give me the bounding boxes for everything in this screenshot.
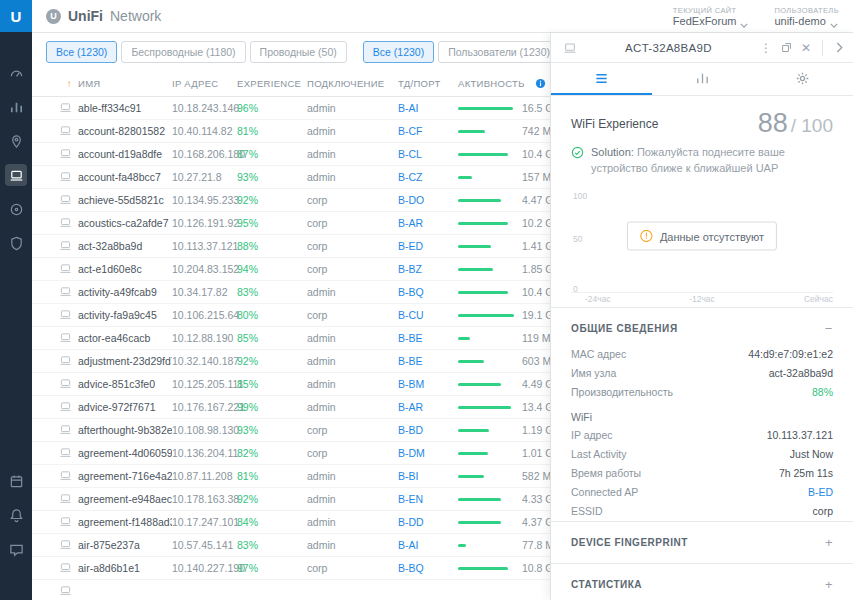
overview-section-header[interactable]: ОБЩИЕ СВЕДЕНИЯ − [551, 308, 853, 345]
client-ap-link[interactable]: B-DD [398, 516, 458, 528]
sidebar-item-insights[interactable] [5, 198, 27, 220]
unifi-logo[interactable]: U [0, 0, 32, 32]
client-ap-link[interactable]: B-BQ [398, 286, 458, 298]
sidebar-item-dashboard[interactable] [5, 62, 27, 84]
table-row[interactable]: afterthought-9b382eaf 10.108.98.130 93% … [32, 419, 550, 442]
client-experience: 83% [237, 539, 307, 551]
section-device-fingerprint[interactable]: DEVICE FINGERPRINT + [551, 521, 853, 563]
table-row[interactable]: account-82801582 10.40.114.82 81% admin … [32, 120, 550, 143]
column-header-name[interactable]: ИМЯ [78, 78, 172, 89]
connected-ap-link[interactable]: B-ED [808, 486, 833, 498]
table-row[interactable]: account-fa48bcc7 10.27.21.8 93% admin B-… [32, 166, 550, 189]
sidebar-item-map[interactable] [5, 130, 27, 152]
chat-icon [9, 542, 24, 557]
table-row[interactable]: activity-a49fcab9 10.34.17.82 83% admin … [32, 281, 550, 304]
table-row[interactable]: achieve-55d5821c 10.134.95.233 92% corp … [32, 189, 550, 212]
client-ap-link[interactable]: B-BI [398, 470, 458, 482]
table-row[interactable]: advice-851c3fe0 10.125.205.111 85% admin… [32, 373, 550, 396]
expand-icon[interactable]: + [825, 577, 833, 592]
info-row: ESSIDcorp [551, 502, 853, 521]
filter-tab-wireless[interactable]: Беспроводные (1180) [121, 41, 245, 63]
client-connection: admin [307, 286, 398, 298]
sidebar-item-security[interactable] [5, 232, 27, 254]
collapse-panel-icon[interactable] [834, 42, 845, 53]
client-ap-link[interactable]: B-BZ [398, 263, 458, 275]
client-ap-link[interactable]: B-BE [398, 332, 458, 344]
column-header-experience[interactable]: EXPERIENCE [237, 78, 307, 89]
table-row[interactable] [32, 580, 550, 600]
popout-icon[interactable] [781, 42, 792, 53]
client-ap-link[interactable]: B-AI [398, 102, 458, 114]
table-row[interactable]: adjustment-23d29fd7 10.32.140.187 92% ad… [32, 350, 550, 373]
client-ap-link[interactable]: B-CU [398, 309, 458, 321]
client-ap-link[interactable]: B-DM [398, 447, 458, 459]
app-root: U [0, 0, 853, 600]
table-row[interactable]: agreement-e948aecc 10.178.163.38 92% adm… [32, 488, 550, 511]
column-header-connection[interactable]: ПОДКЛЮЧЕНИЕ [307, 78, 398, 89]
client-ap-link[interactable]: B-CZ [398, 171, 458, 183]
table-row[interactable]: acoustics-ca2afde7 10.126.191.92 95% cor… [32, 212, 550, 235]
table-row[interactable]: act-e1d60e8c 10.204.83.152 94% corp B-BZ… [32, 258, 550, 281]
table-row[interactable]: advice-972f7671 10.176.167.221 99% admin… [32, 396, 550, 419]
client-connection: corp [307, 217, 398, 229]
sidebar-item-alerts[interactable] [5, 504, 27, 526]
client-ap-link[interactable]: B-BM [398, 378, 458, 390]
table-row[interactable]: activity-fa9a9c45 10.106.215.64 80% corp… [32, 304, 550, 327]
table-row[interactable]: air-875e237a 10.57.45.141 83% admin B-AI… [32, 534, 550, 557]
panel-tab-settings[interactable] [752, 63, 853, 95]
sidebar-item-events[interactable] [5, 470, 27, 492]
activity-value: 4.47 G [522, 194, 550, 206]
client-name: account-fa48bcc7 [78, 171, 172, 183]
laptop-icon [59, 584, 72, 597]
client-ap-link[interactable]: B-DO [398, 194, 458, 206]
laptop-icon [59, 239, 72, 252]
table-row[interactable]: agreement-716e4a2b 10.87.11.208 81% admi… [32, 465, 550, 488]
table-row[interactable]: act-32a8ba9d 10.113.37.121 88% corp B-ED… [32, 235, 550, 258]
table-row[interactable]: air-a8d6b1e1 10.140.227.190 97% corp B-B… [32, 557, 550, 580]
filter-tab-all-types[interactable]: Все (1230) [363, 41, 434, 63]
sidebar-item-chat[interactable] [5, 538, 27, 560]
client-ap-link[interactable]: B-AR [398, 217, 458, 229]
more-options-icon[interactable]: ⋮ [760, 42, 772, 54]
client-ap-link[interactable]: B-BD [398, 424, 458, 436]
laptop-icon [59, 492, 72, 505]
column-header-activity[interactable]: АКТИВНОСТЬ [458, 78, 525, 89]
client-ap-link[interactable]: B-AI [398, 539, 458, 551]
table-row[interactable]: account-d19a8dfe 10.168.206.180 87% admi… [32, 143, 550, 166]
filter-tab-wired[interactable]: Проводные (50) [250, 41, 347, 63]
table-row[interactable]: able-ff334c91 10.18.243.146 96% admin B-… [32, 97, 550, 120]
client-ap-link[interactable]: B-BE [398, 355, 458, 367]
filter-tab-users[interactable]: Пользователи (1230) [438, 41, 550, 63]
client-ap-link[interactable]: B-CL [398, 148, 458, 160]
client-ap-link[interactable]: B-CF [398, 125, 458, 137]
panel-tab-details[interactable] [551, 63, 652, 95]
client-experience: 81% [237, 125, 307, 137]
expand-icon[interactable]: + [825, 535, 833, 550]
section-statistics[interactable]: СТАТИСТИКА + [551, 563, 853, 600]
column-header-ip[interactable]: IP АДРЕС [172, 78, 237, 89]
table-row[interactable]: agreement-f1488ad3 10.17.247.101 84% adm… [32, 511, 550, 534]
activity-bar [458, 268, 493, 271]
filter-tab-all-connections[interactable]: Все (1230) [46, 41, 117, 63]
client-ap-link[interactable]: B-BQ [398, 562, 458, 574]
panel-tab-statistics[interactable] [652, 63, 753, 95]
sidebar-item-clients[interactable] [5, 164, 27, 186]
sort-arrow-icon[interactable]: ↑ [67, 78, 72, 89]
laptop-icon [59, 147, 72, 160]
info-icon[interactable] [535, 78, 546, 89]
close-icon[interactable]: ✕ [801, 42, 811, 54]
client-ap-link[interactable]: B-EN [398, 493, 458, 505]
user-selector[interactable]: ПОЛЬЗОВАТЕЛЬ unifi-demo [774, 6, 839, 27]
column-header-port[interactable]: ТД/ПОРТ [398, 78, 458, 89]
client-ap-link[interactable]: B-AR [398, 401, 458, 413]
info-label: IP адрес [571, 429, 613, 441]
site-selector[interactable]: ТЕКУЩИЙ САЙТ FedExForum [673, 6, 749, 27]
client-ap-link[interactable]: B-ED [398, 240, 458, 252]
client-name: agreement-e948aecc [78, 493, 172, 505]
collapse-icon[interactable]: − [825, 321, 833, 336]
activity-value: 1.01 G [522, 447, 550, 459]
table-row[interactable]: agreement-4d06059a 10.136.204.11 82% cor… [32, 442, 550, 465]
sidebar-item-statistics[interactable] [5, 96, 27, 118]
table-row[interactable]: actor-ea46cacb 10.12.88.190 85% admin B-… [32, 327, 550, 350]
info-label: Имя узла [571, 367, 616, 379]
